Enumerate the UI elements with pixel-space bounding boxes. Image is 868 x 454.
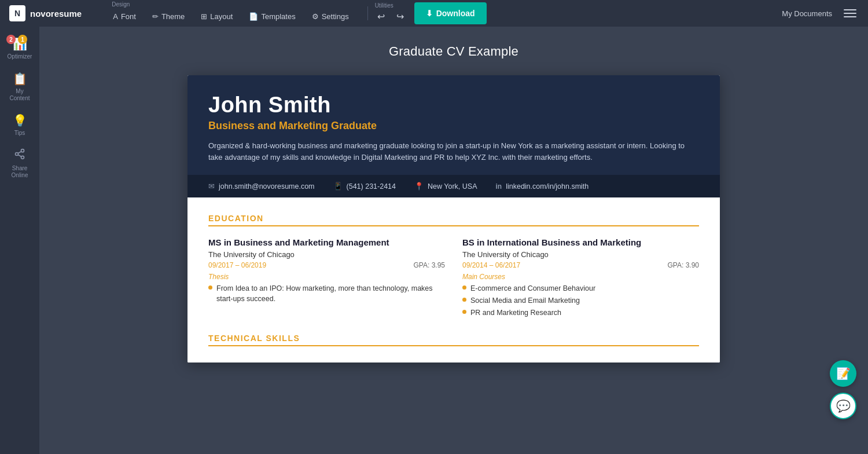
sub-label-2: Main Courses [462,273,699,281]
svg-point-1 [16,153,19,156]
sub-label-1: Thesis [208,273,445,281]
bullet-text-2-2: PR and Marketing Research [470,307,561,318]
sidebar-item-tips[interactable]: 💡 Tips [3,109,36,141]
date-1: 09/2017 – 06/2019 [208,261,266,269]
settings-button[interactable]: ⚙ Settings [304,8,357,26]
templates-button[interactable]: 📄 Templates [241,8,303,26]
gpa-2: GPA: 3.90 [668,261,699,269]
hamburger-line-3 [844,16,856,17]
hamburger-line-2 [844,13,856,14]
contact-location: 📍 New York, USA [414,182,477,191]
bullet-text-2-0: E-commerce and Consumer Behaviour [470,283,595,294]
design-section-label: Design [112,1,356,8]
content-label: My Content [6,88,33,102]
date-row-2: 09/2014 – 06/2017 GPA: 3.90 [462,261,699,269]
school-2: The University of Chicago [462,250,699,259]
utilities-section-label: Utilities [375,2,409,9]
location-value: New York, USA [428,182,477,191]
logo-area[interactable]: N novoresume [9,5,82,21]
content-icon: 📋 [13,72,27,86]
theme-icon: ✏ [152,12,159,21]
layout-button[interactable]: ⊞ Layout [193,8,241,26]
bullet-dot [462,310,466,314]
degree-2: BS in International Business and Marketi… [462,237,699,248]
bullet-1-0: From Idea to an IPO: How marketing, more… [208,283,445,304]
share-icon [14,148,25,163]
education-section-title: EDUCATION [208,214,699,226]
phone-value: (541) 231-2414 [347,182,396,191]
resume-header: John Smith Business and Marketing Gradua… [187,75,720,175]
undo-button[interactable]: ↩ [373,9,389,24]
layout-icon: ⊞ [201,12,207,21]
topnav: N novoresume Design A Font ✏ Theme ⊞ Lay… [0,0,868,27]
linkedin-icon: in [496,182,502,191]
svg-point-0 [21,149,24,152]
page-title: Graduate CV Example [389,44,518,59]
education-item-2: BS in International Business and Marketi… [462,237,699,320]
font-button[interactable]: A Font [105,8,144,26]
download-button[interactable]: ⬇ Download [414,2,487,24]
optimizer-badge-1: 2 [6,35,16,44]
svg-line-3 [18,155,21,156]
contact-linkedin: in linkedin.com/in/john.smith [496,182,589,191]
optimizer-badge-2: 1 [18,35,27,44]
resume-name: John Smith [208,93,699,118]
logo-icon: N [9,5,25,21]
templates-icon: 📄 [249,12,258,21]
tips-icon: 💡 [13,114,27,127]
contact-phone: 📱 (541) 231-2414 [333,182,396,191]
sidebar-item-content[interactable]: 📋 My Content [3,67,36,107]
settings-icon: ⚙ [312,12,319,21]
location-icon: 📍 [414,182,424,191]
bullet-dot [462,298,466,302]
svg-line-4 [18,151,21,153]
share-label: Share Online [6,165,33,179]
bullet-2-2: PR and Marketing Research [462,307,699,318]
menu-hamburger[interactable] [841,7,859,20]
my-documents-link[interactable]: My Documents [782,9,832,18]
degree-1: MS in Business and Marketing Management [208,237,445,248]
notes-icon: 📝 [836,367,851,380]
download-icon: ⬇ [426,9,433,18]
date-2: 09/2014 – 06/2017 [462,261,520,269]
nav-divider [367,6,368,20]
linkedin-value: linkedin.com/in/john.smith [506,182,589,191]
tips-label: Tips [14,130,25,137]
sidebar-item-share[interactable]: Share Online [3,144,36,184]
bullet-text-1-0: From Idea to an IPO: How marketing, more… [216,283,445,304]
theme-button[interactable]: ✏ Theme [144,8,193,26]
education-item-1: MS in Business and Marketing Management … [208,237,445,320]
resume-contact-bar: ✉ john.smith@novoresume.com 📱 (541) 231-… [187,175,720,197]
chat-buttons: 📝 💬 [830,360,856,419]
layout-body: 2 1 📊 Optimizer 📋 My Content 💡 Tips Shar… [0,27,868,454]
optimizer-label: Optimizer [8,53,32,60]
svg-point-2 [21,156,24,159]
sidebar-item-optimizer[interactable]: 2 1 📊 Optimizer [3,32,36,65]
logo-text: novoresume [30,9,82,19]
bullet-dot [462,285,466,290]
phone-icon: 📱 [333,182,343,191]
school-1: The University of Chicago [208,250,445,259]
technical-skills-title: TECHNICAL SKILLS [208,334,699,346]
bullet-2-0: E-commerce and Consumer Behaviour [462,283,699,294]
contact-email: ✉ john.smith@novoresume.com [208,182,315,191]
resume-summary: Organized & hard-working business and ma… [208,140,694,175]
hamburger-line-1 [844,9,856,10]
email-icon: ✉ [208,182,215,191]
bullet-text-2-1: Social Media and Email Marketing [470,295,580,306]
font-icon: A [113,12,118,21]
education-grid: MS in Business and Marketing Management … [208,237,699,320]
resume-card: John Smith Business and Marketing Gradua… [187,75,720,363]
left-sidebar: 2 1 📊 Optimizer 📋 My Content 💡 Tips Shar… [0,27,39,454]
date-row-1: 09/2017 – 06/2019 GPA: 3.95 [208,261,445,269]
resume-subtitle: Business and Marketing Graduate [208,120,699,132]
chat-support-button[interactable]: 💬 [830,393,856,419]
redo-button[interactable]: ↪ [392,9,409,24]
resume-body: EDUCATION MS in Business and Marketing M… [187,197,720,363]
main-content: Graduate CV Example John Smith Business … [39,27,868,454]
bullet-2-1: Social Media and Email Marketing [462,295,699,306]
chat-notes-button[interactable]: 📝 [830,360,856,387]
chat-icon: 💬 [836,399,851,413]
bullet-dot [208,285,212,290]
gpa-1: GPA: 3.95 [414,261,445,269]
